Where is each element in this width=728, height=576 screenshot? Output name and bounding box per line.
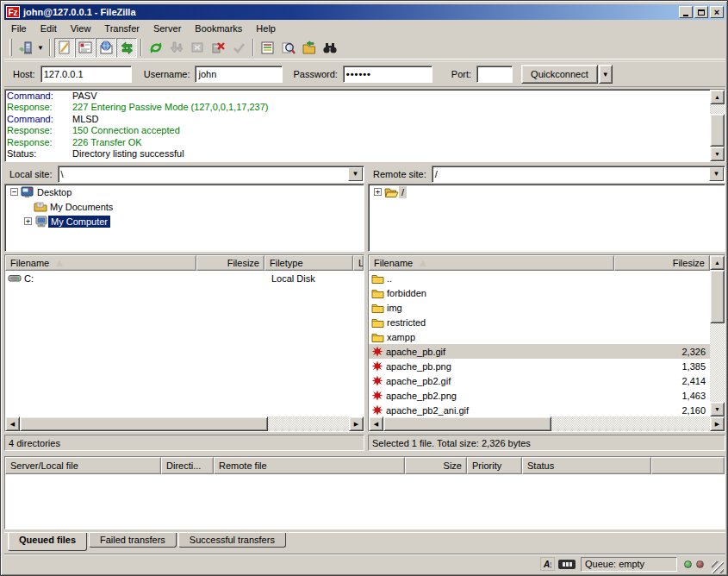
tree-item-desktop[interactable]: − Desktop [5,185,364,199]
tab-queued-files[interactable]: Queued files [8,533,87,551]
directory-comparison-button[interactable] [278,38,299,58]
tab-successful-transfers[interactable]: Successful transfers [178,533,286,548]
site-manager-button[interactable] [15,38,35,58]
column-header-filesize[interactable]: Filesize [196,255,264,271]
close-button[interactable]: × [710,6,724,18]
column-header-filename[interactable]: Filename [369,255,614,271]
ascii-data-type-icon[interactable]: A¦ [540,557,555,571]
disconnect-button[interactable] [208,38,228,58]
close-icon: × [714,8,719,17]
column-header-filesize[interactable]: Filesize [614,255,710,271]
file-row[interactable]: restricted [369,315,710,329]
file-row[interactable]: apache_pb.png 1,385 [369,359,710,373]
file-row[interactable]: apache_pb2.gif 2,414 [369,373,710,388]
scroll-right-icon[interactable]: ▶ [710,416,725,431]
maximize-button[interactable] [694,6,708,18]
cancel-button[interactable] [187,38,208,58]
toggle-local-tree-button[interactable] [75,38,96,58]
folder-icon [371,303,384,313]
file-size: 2,160 [624,405,710,416]
speed-limit-indicator-icon[interactable] [558,560,576,569]
toggle-remote-tree-button[interactable] [96,38,116,58]
collapse-icon[interactable]: − [10,188,18,196]
file-size: 1,463 [624,391,710,401]
remote-directory-tree[interactable]: + / [368,184,725,252]
refresh-button[interactable] [146,38,166,58]
scrollbar-thumb[interactable] [20,416,268,431]
file-row[interactable]: apache_pb2_ani.gif 2,160 [369,403,710,417]
scroll-down-icon[interactable]: ▼ [710,147,725,161]
file-row[interactable]: apache_pb2.png 1,463 [369,388,710,403]
filter-button[interactable] [258,38,278,58]
column-header-status[interactable]: Status [522,457,651,474]
tree-item-label: Desktop [34,186,74,198]
file-row[interactable]: xampp [369,329,710,344]
menu-server[interactable]: Server [146,22,188,35]
toggle-queue-button[interactable] [116,38,137,58]
file-row[interactable]: forbidden [369,285,710,300]
tab-failed-transfers[interactable]: Failed transfers [89,533,177,548]
expand-icon[interactable]: + [374,188,382,196]
file-row[interactable]: img [369,300,710,315]
scroll-down-icon[interactable]: ▼ [710,402,725,416]
menu-transfer[interactable]: Transfer [97,22,146,35]
column-header-size[interactable]: Size [405,457,467,474]
remote-vertical-scrollbar[interactable]: ▲ ▼ [710,255,725,416]
file-row-selected[interactable]: apache_pb.gif 2,326 [369,344,710,359]
title-bar[interactable]: Fz john@127.0.0.1 - FileZilla × [4,4,725,20]
menu-file[interactable]: File [4,22,34,35]
file-row-c-drive[interactable]: C: Local Disk [5,271,364,285]
remote-site-combo[interactable]: / ▼ [432,166,725,183]
column-header-filename[interactable]: Filename [5,255,196,271]
scroll-up-icon[interactable]: ▲ [710,255,725,270]
toggle-message-log-button[interactable] [54,38,75,58]
scrollbar-thumb[interactable] [710,270,725,323]
queue-body[interactable] [5,474,725,529]
quickconnect-dropdown[interactable]: ▼ [599,65,613,84]
column-header-remote-file[interactable]: Remote file [214,457,405,474]
username-input[interactable] [195,66,283,83]
reconnect-button[interactable] [228,38,249,58]
scroll-left-icon[interactable]: ◀ [369,416,383,431]
resize-grip[interactable] [712,561,724,573]
remote-horizontal-scrollbar[interactable]: ◀ ▶ [369,416,725,431]
scroll-left-icon[interactable]: ◀ [5,416,20,431]
tree-item-root[interactable]: + / [369,185,725,199]
port-input[interactable] [476,66,513,83]
local-horizontal-scrollbar[interactable]: ◀ ▶ [5,416,364,431]
menu-help[interactable]: Help [249,22,283,35]
file-row[interactable]: .. [369,271,710,285]
tree-item-label: / [399,186,407,198]
column-header-server-local-file[interactable]: Server/Local file [5,457,161,474]
column-header-filetype[interactable]: Filetype [264,255,353,271]
binoculars-icon [322,41,338,55]
column-header-priority[interactable]: Priority [467,457,522,474]
remote-list-body[interactable]: .. forbidden img restricted [369,271,710,417]
tree-item-my-documents[interactable]: My Documents [5,199,364,214]
menu-edit[interactable]: Edit [34,22,64,35]
chevron-down-icon[interactable]: ▼ [709,167,724,181]
menu-view[interactable]: View [64,22,98,35]
quickconnect-button[interactable]: Quickconnect [521,65,598,84]
find-files-button[interactable] [320,38,340,58]
local-directory-tree[interactable]: − Desktop My Documents + My Computer [4,184,364,252]
menu-bookmarks[interactable]: Bookmarks [188,22,249,35]
scroll-up-icon[interactable]: ▲ [710,90,725,104]
local-list-body[interactable]: C: Local Disk [5,271,364,416]
expand-icon[interactable]: + [24,217,32,225]
column-header-direction[interactable]: Directi... [161,457,214,474]
scroll-right-icon[interactable]: ▶ [349,416,364,431]
process-queue-button[interactable] [166,38,187,58]
column-header-lastmodified[interactable]: L [353,255,364,271]
synchronized-browsing-button[interactable] [299,38,320,58]
tree-item-my-computer[interactable]: + My Computer [5,214,364,229]
site-manager-dropdown[interactable]: ▼ [35,38,46,58]
chevron-down-icon[interactable]: ▼ [348,167,363,181]
log-scrollbar[interactable]: ▲ ▼ [710,90,725,161]
minimize-button[interactable] [679,6,693,18]
password-input[interactable] [343,66,432,83]
host-input[interactable] [40,66,132,83]
scrollbar-thumb[interactable] [383,416,551,431]
local-site-combo[interactable]: \ ▼ [58,166,364,183]
scrollbar-thumb[interactable] [710,114,725,147]
